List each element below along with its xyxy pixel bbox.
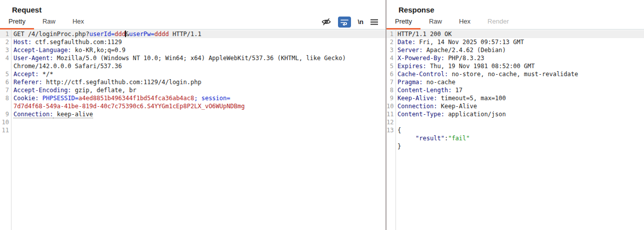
code-segment: Connection: [398, 103, 437, 110]
line-content: Connection: Keep-Alive [398, 102, 477, 110]
response-tab-pretty[interactable]: Pretty [386, 15, 420, 29]
line-content: 7d7d4f68-549a-41be-819d-40c7c75390c6.S4Y… [14, 102, 244, 110]
code-segment: userPw= [129, 31, 154, 38]
code-segment: timeout=5, max=100 [437, 95, 506, 102]
line-content: X-Powered-By: PHP/8.3.23 [398, 54, 484, 62]
show-newlines-icon[interactable]: \n [358, 18, 364, 26]
code-line[interactable]: 13{ [386, 126, 644, 134]
code-line[interactable]: 2Date: Fri, 14 Nov 2025 09:57:13 GMT [386, 38, 644, 46]
response-header: Response Pretty Raw Hex Render [386, 0, 644, 30]
code-segment: Accept: [14, 71, 39, 78]
code-segment: http://ctf.segfaulthub.com:1129/4/login.… [42, 79, 202, 86]
line-content: Cache-Control: no-store, no-cache, must-… [398, 70, 578, 78]
line-content: Content-Length: 17 [398, 86, 462, 94]
response-editor[interactable]: 1HTTP/1.1 200 OK2Date: Fri, 14 Nov 2025 … [386, 30, 644, 230]
code-line[interactable]: 4X-Powered-By: PHP/8.3.23 [386, 54, 644, 62]
code-segment: Fri, 14 Nov 2025 09:57:13 GMT [416, 39, 524, 46]
response-panel: Response Pretty Raw Hex Render 1HTTP/1.1… [386, 0, 644, 230]
code-line[interactable]: 12 [386, 118, 644, 126]
response-tab-raw[interactable]: Raw [420, 15, 450, 29]
line-content: "result":"fail" [398, 134, 470, 142]
response-gutter-divider [396, 30, 396, 230]
code-segment: } [398, 143, 401, 150]
code-line[interactable]: 11 [0, 126, 386, 134]
request-toolbar: \n [321, 15, 378, 29]
line-content: Cookie: PHPSESSID=a4ed8851b496344f1bd54f… [14, 94, 230, 102]
code-segment: PHP/8.3.23 [444, 55, 484, 62]
code-segment: ; session= [194, 95, 230, 102]
code-line[interactable]: 4User-Agent: Mozilla/5.0 (Windows NT 10.… [0, 54, 386, 62]
code-line[interactable]: 5Accept: */* [0, 70, 386, 78]
code-line[interactable]: 9Keep-Alive: timeout=5, max=100 [386, 94, 644, 102]
code-segment: Chrome/142.0.0.0 Safari/537.36 [14, 63, 122, 70]
line-content: Referer: http://ctf.segfaulthub.com:1129… [14, 78, 202, 86]
code-segment: */* [39, 71, 54, 78]
response-tab-hex[interactable]: Hex [450, 15, 479, 29]
code-segment: Expires: [398, 63, 426, 70]
request-panel: Request Pretty Raw Hex [0, 0, 386, 230]
line-content: Expires: Thu, 19 Nov 1981 08:52:00 GMT [398, 62, 535, 70]
code-line[interactable]: 2Host: ctf.segfaulthub.com:1129 [0, 38, 386, 46]
request-tab-raw[interactable]: Raw [34, 15, 64, 29]
soft-wrap-icon[interactable] [338, 17, 351, 28]
code-line[interactable]: } [386, 142, 644, 150]
code-line[interactable]: 7d7d4f68-549a-41be-819d-40c7c75390c6.S4Y… [0, 102, 386, 110]
code-segment: PHPSESSID= [39, 95, 78, 102]
code-line[interactable]: 10Connection: Keep-Alive [386, 102, 644, 110]
code-segment: Pragma: [398, 79, 423, 86]
code-line[interactable]: 5Expires: Thu, 19 Nov 1981 08:52:00 GMT [386, 62, 644, 70]
code-segment: Host: [14, 39, 32, 46]
code-segment: Cache-Control: [398, 71, 448, 78]
code-segment: X-Powered-By: [398, 55, 444, 62]
code-segment: Content-Type: [398, 111, 444, 118]
code-line[interactable]: 1GET /4/loginProc.php?userId=ddd&userPw=… [0, 30, 386, 38]
code-segment: a4ed8851b496344f1bd54fca36ab4ac8 [78, 95, 194, 102]
code-segment: keep-alive [53, 111, 92, 118]
response-tabbar: Pretty Raw Hex Render [386, 15, 644, 29]
code-line[interactable]: 11Content-Type: application/json [386, 110, 644, 118]
response-tab-render: Render [479, 15, 518, 29]
line-content: Connection: keep-alive [14, 110, 93, 118]
code-segment: Keep-Alive: [398, 95, 437, 102]
line-content: { [398, 126, 401, 134]
hamburger-menu-icon[interactable] [370, 19, 378, 26]
code-segment: Apache/2.4.62 (Debian) [423, 47, 506, 54]
code-line[interactable]: 1HTTP/1.1 200 OK [386, 30, 644, 38]
line-content: GET /4/loginProc.php?userId=ddd&userPw=d… [14, 30, 202, 38]
code-line[interactable]: 7Pragma: no-cache [386, 78, 644, 86]
request-gutter-divider [11, 30, 12, 230]
code-line[interactable]: 6Referer: http://ctf.segfaulthub.com:112… [0, 78, 386, 86]
code-line[interactable]: "result":"fail" [386, 134, 644, 142]
line-content: Pragma: no-cache [398, 78, 456, 86]
code-segment: Date: [398, 39, 416, 46]
code-line[interactable]: 9Connection: keep-alive [0, 110, 386, 118]
request-editor[interactable]: 1GET /4/loginProc.php?userId=ddd&userPw=… [0, 30, 386, 230]
code-line[interactable]: Chrome/142.0.0.0 Safari/537.36 [0, 62, 386, 70]
request-title: Request [12, 6, 42, 14]
line-content: Chrome/142.0.0.0 Safari/537.36 [14, 62, 122, 70]
code-line[interactable]: 6Cache-Control: no-store, no-cache, must… [386, 70, 644, 78]
code-line[interactable]: 7Accept-Encoding: gzip, deflate, br [0, 86, 386, 94]
request-tab-hex[interactable]: Hex [64, 15, 92, 29]
code-segment: Accept-Encoding: [14, 87, 72, 94]
code-segment: Content-Length: [398, 87, 452, 94]
code-segment: ctf.segfaulthub.com:1129 [32, 39, 122, 46]
code-segment: gzip, deflate, br [72, 87, 136, 94]
code-line[interactable]: 10 [0, 118, 386, 126]
code-line[interactable]: 3Server: Apache/2.4.62 (Debian) [386, 46, 644, 54]
request-header: Request Pretty Raw Hex [0, 0, 386, 30]
code-segment: Thu, 19 Nov 1981 08:52:00 GMT [426, 63, 535, 70]
line-content: Host: ctf.segfaulthub.com:1129 [14, 38, 122, 46]
code-line[interactable]: 8Content-Length: 17 [386, 86, 644, 94]
code-line[interactable]: 3Accept-Language: ko-KR,ko;q=0.9 [0, 46, 386, 54]
code-segment: HTTP/1.1 [169, 31, 202, 38]
line-content: Accept-Encoding: gzip, deflate, br [14, 86, 136, 94]
code-segment: no-store, no-cache, must-revalidate [448, 71, 578, 78]
code-segment: Cookie: [14, 95, 39, 102]
code-segment: Connection: [14, 111, 53, 118]
code-line[interactable]: 8Cookie: PHPSESSID=a4ed8851b496344f1bd54… [0, 94, 386, 102]
request-tab-pretty[interactable]: Pretty [0, 15, 34, 29]
eye-off-icon[interactable] [321, 17, 332, 27]
line-content: Accept-Language: ko-KR,ko;q=0.9 [14, 46, 126, 54]
code-segment: no-cache [423, 79, 456, 86]
